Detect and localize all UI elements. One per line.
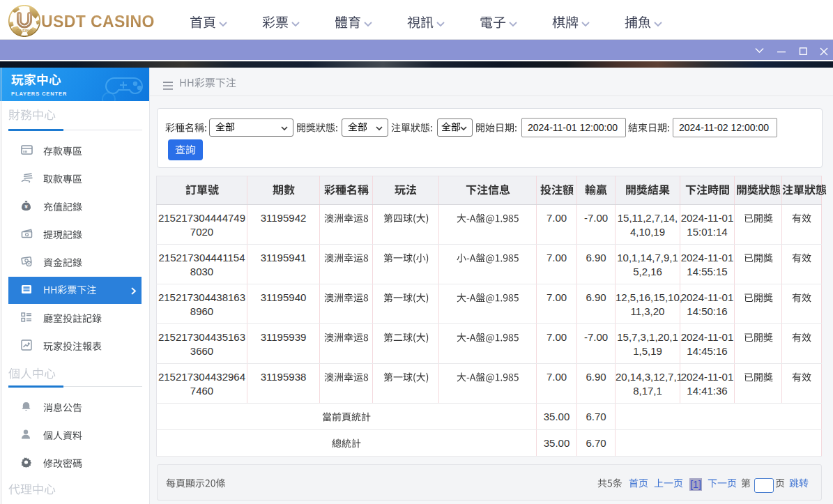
svg-text:CASINO: CASINO [16, 29, 33, 33]
svg-text:¥: ¥ [24, 204, 28, 210]
